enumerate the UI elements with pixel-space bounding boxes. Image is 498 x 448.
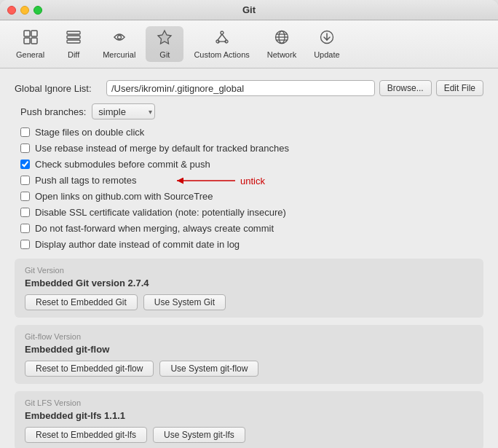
global-ignore-input[interactable] — [106, 80, 375, 96]
reset-embedded-git-flow-button[interactable]: Reset to Embedded git-flow — [25, 361, 154, 377]
svg-point-8 — [221, 31, 224, 34]
checkbox-stage-files: Stage files on double click — [20, 127, 483, 138]
arrow-icon — [173, 174, 239, 187]
git-lfs-buttons: Reset to Embedded git-lfs Use System git… — [25, 427, 473, 443]
push-branches-row: Push branches: simple current upstream m… — [20, 103, 483, 119]
disable-ssl-checkbox[interactable] — [20, 208, 30, 217]
svg-rect-0 — [24, 31, 30, 36]
checkbox-open-links: Open links on github.com with SourceTree — [20, 191, 483, 202]
git-version-value: Embedded Git version 2.7.4 — [25, 278, 473, 288]
svg-rect-1 — [31, 31, 37, 36]
tab-update-label: Update — [314, 50, 339, 59]
git-flow-version-section: Git-flow Version Embedded git-flow Reset… — [15, 325, 483, 384]
svg-rect-2 — [24, 38, 30, 44]
svg-rect-3 — [31, 38, 37, 44]
svg-rect-5 — [67, 36, 80, 39]
git-icon — [157, 29, 173, 49]
checkbox-no-fast-forward: Do not fast-forward when merging, always… — [20, 223, 483, 234]
open-links-checkbox[interactable] — [20, 192, 30, 201]
git-lfs-version-value: Embedded git-lfs 1.1.1 — [25, 410, 473, 421]
tab-custom-actions[interactable]: Custom Actions — [186, 26, 256, 62]
stage-files-checkbox[interactable] — [20, 127, 30, 137]
tab-custom-actions-label: Custom Actions — [194, 50, 249, 59]
use-rebase-checkbox[interactable] — [20, 144, 30, 153]
traffic-lights — [7, 6, 42, 15]
push-branches-select-wrapper: simple current upstream matching ▾ — [92, 103, 155, 119]
general-icon — [23, 29, 39, 49]
checkbox-display-author: Display author date instead of commit da… — [20, 239, 483, 250]
git-flow-version-value: Embedded git-flow — [25, 344, 473, 355]
tab-network[interactable]: Network — [260, 26, 304, 62]
use-system-git-flow-button[interactable]: Use System git-flow — [159, 361, 258, 377]
git-version-section: Git Version Embedded Git version 2.7.4 R… — [15, 259, 483, 318]
no-fast-forward-label: Do not fast-forward when merging, always… — [35, 223, 274, 234]
stage-files-label: Stage files on double click — [35, 127, 144, 138]
close-button[interactable] — [7, 6, 16, 15]
global-ignore-label: Global Ignore List: — [15, 83, 102, 94]
push-all-tags-label: Push all tags to remotes — [35, 175, 136, 186]
tab-git[interactable]: Git — [146, 26, 183, 62]
maximize-button[interactable] — [33, 6, 42, 15]
content-area: Global Ignore List: Browse... Edit File … — [0, 68, 498, 448]
push-branches-select[interactable]: simple current upstream matching — [92, 103, 155, 119]
custom-actions-icon — [214, 29, 230, 49]
push-all-tags-checkbox[interactable] — [20, 176, 30, 185]
git-flow-version-title: Git-flow Version — [25, 332, 473, 341]
disable-ssl-label: Disable SSL certificate validation (note… — [35, 207, 286, 218]
tab-diff-label: Diff — [68, 50, 79, 59]
reset-embedded-git-lfs-button[interactable]: Reset to Embedded git-lfs — [25, 427, 147, 443]
use-rebase-label: Use rebase instead of merge by default f… — [35, 143, 289, 154]
checkbox-use-rebase: Use rebase instead of merge by default f… — [20, 143, 483, 154]
main-window: Git General — [0, 0, 498, 448]
use-system-git-lfs-button[interactable]: Use System git-lfs — [153, 427, 245, 443]
checkbox-disable-ssl: Disable SSL certificate validation (note… — [20, 207, 483, 218]
titlebar: Git — [0, 0, 498, 20]
display-author-label: Display author date instead of commit da… — [35, 239, 240, 250]
edit-file-button[interactable]: Edit File — [436, 80, 483, 96]
window-title: Git — [242, 4, 256, 15]
no-fast-forward-checkbox[interactable] — [20, 224, 30, 233]
svg-rect-6 — [67, 40, 80, 43]
svg-line-12 — [222, 34, 226, 40]
toolbar: General Diff Mercurial — [0, 20, 498, 68]
update-icon — [319, 29, 335, 49]
use-system-git-button[interactable]: Use System Git — [143, 294, 226, 310]
checkbox-push-all-tags: Push all tags to remotes untick — [20, 175, 483, 186]
git-lfs-version-section: Git LFS Version Embedded git-lfs 1.1.1 R… — [15, 391, 483, 448]
git-version-buttons: Reset to Embedded Git Use System Git — [25, 294, 473, 310]
untick-annotation: untick — [173, 174, 265, 187]
tab-update[interactable]: Update — [307, 26, 347, 62]
check-submodules-label: Check submodules before commit & push — [35, 159, 210, 170]
tab-network-label: Network — [267, 50, 296, 59]
browse-button[interactable]: Browse... — [379, 80, 432, 96]
git-version-title: Git Version — [25, 266, 473, 275]
svg-line-11 — [218, 34, 222, 40]
push-branches-label: Push branches: — [20, 106, 86, 117]
mercurial-icon — [111, 29, 127, 49]
git-flow-buttons: Reset to Embedded git-flow Use System gi… — [25, 361, 473, 377]
checkboxes-container: Stage files on double click Use rebase i… — [15, 127, 483, 250]
checkbox-check-submodules: Check submodules before commit & push — [20, 159, 483, 170]
open-links-label: Open links on github.com with SourceTree — [35, 191, 213, 202]
diff-icon — [66, 29, 82, 49]
minimize-button[interactable] — [20, 6, 29, 15]
svg-rect-4 — [67, 31, 80, 34]
tab-mercurial-label: Mercurial — [103, 50, 135, 59]
svg-point-7 — [117, 36, 121, 39]
tab-general-label: General — [16, 50, 44, 59]
untick-label: untick — [240, 176, 265, 186]
tab-diff[interactable]: Diff — [55, 26, 92, 62]
network-icon — [274, 29, 290, 49]
display-author-checkbox[interactable] — [20, 240, 30, 249]
global-ignore-row: Global Ignore List: Browse... Edit File — [15, 80, 483, 96]
tab-mercurial[interactable]: Mercurial — [95, 26, 143, 62]
tab-git-label: Git — [159, 50, 170, 59]
reset-embedded-git-button[interactable]: Reset to Embedded Git — [25, 294, 138, 310]
check-submodules-checkbox[interactable] — [20, 160, 30, 169]
tab-general[interactable]: General — [9, 26, 52, 62]
git-lfs-version-title: Git LFS Version — [25, 398, 473, 407]
